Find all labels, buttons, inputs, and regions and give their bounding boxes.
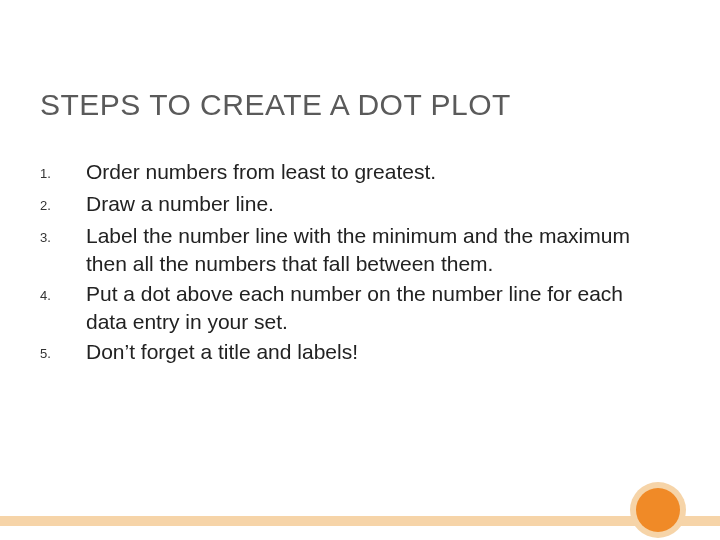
list-item: 4. Put a dot above each number on the nu… [40, 280, 660, 336]
slide-title: STEPS TO CREATE A DOT PLOT [40, 88, 511, 122]
list-item-number: 1. [40, 158, 86, 188]
steps-list: 1. Order numbers from least to greatest.… [40, 158, 660, 370]
accent-bar [0, 516, 720, 526]
slide: STEPS TO CREATE A DOT PLOT 1. Order numb… [0, 0, 720, 540]
list-item: 3. Label the number line with the minimu… [40, 222, 660, 278]
list-item: 5. Don’t forget a title and labels! [40, 338, 660, 368]
list-item-text: Draw a number line. [86, 190, 274, 218]
list-item: 1. Order numbers from least to greatest. [40, 158, 660, 188]
list-item-number: 5. [40, 338, 86, 368]
list-item-text: Put a dot above each number on the numbe… [86, 280, 660, 336]
list-item-number: 2. [40, 190, 86, 220]
list-item-text: Label the number line with the minimum a… [86, 222, 660, 278]
accent-circle-inner [636, 488, 680, 532]
list-item-text: Don’t forget a title and labels! [86, 338, 358, 366]
list-item-number: 3. [40, 222, 86, 252]
list-item-text: Order numbers from least to greatest. [86, 158, 436, 186]
list-item: 2. Draw a number line. [40, 190, 660, 220]
list-item-number: 4. [40, 280, 86, 310]
